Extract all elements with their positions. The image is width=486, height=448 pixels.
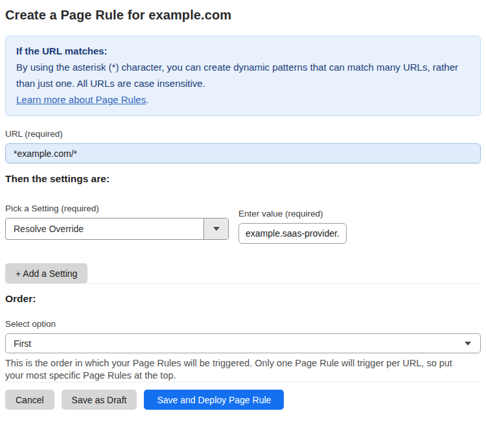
- setting-select[interactable]: Resolve Override: [5, 218, 229, 240]
- save-as-draft-button[interactable]: Save as Draft: [62, 390, 137, 410]
- url-field-label: URL (required): [5, 129, 481, 139]
- setting-select-caret-box: [203, 218, 228, 239]
- learn-more-link[interactable]: Learn more about Page Rules: [16, 94, 146, 105]
- setting-value-label: Enter value (required): [238, 209, 347, 218]
- form-actions: Cancel Save as Draft Save and Deploy Pag…: [5, 390, 481, 410]
- setting-picker-column: Pick a Setting (required) Resolve Overri…: [5, 204, 229, 240]
- order-select-label: Select option: [5, 319, 481, 329]
- divider: [5, 163, 481, 164]
- info-box-link-line: Learn more about Page Rules.: [16, 91, 470, 108]
- setting-value-input[interactable]: [238, 223, 347, 244]
- order-select-value: First: [14, 338, 31, 349]
- caret-down-icon: [465, 342, 471, 346]
- order-section-heading: Order:: [5, 293, 481, 305]
- divider: [5, 283, 481, 284]
- caret-down-icon: [213, 227, 220, 231]
- cancel-button[interactable]: Cancel: [5, 390, 54, 410]
- settings-section-heading: Then the settings are:: [5, 173, 481, 185]
- setting-value-column: Enter value (required): [238, 209, 347, 244]
- page-title: Create a Page Rule for example.com: [5, 8, 481, 23]
- url-matches-info-box: If the URL matches: By using the asteris…: [5, 36, 481, 116]
- info-box-heading: If the URL matches:: [16, 43, 470, 59]
- settings-row: Pick a Setting (required) Resolve Overri…: [5, 204, 481, 244]
- order-help-text: This is the order in which your Page Rul…: [5, 357, 465, 382]
- setting-select-value: Resolve Override: [6, 218, 203, 239]
- order-select[interactable]: First: [5, 333, 481, 353]
- save-and-deploy-button[interactable]: Save and Deploy Page Rule: [144, 390, 284, 410]
- setting-picker-label: Pick a Setting (required): [5, 204, 229, 213]
- info-box-body: By using the asterisk (*) character, you…: [16, 59, 470, 91]
- divider: [5, 382, 481, 383]
- link-period: .: [146, 94, 148, 105]
- url-input[interactable]: [5, 143, 481, 163]
- add-setting-button[interactable]: + Add a Setting: [5, 263, 87, 283]
